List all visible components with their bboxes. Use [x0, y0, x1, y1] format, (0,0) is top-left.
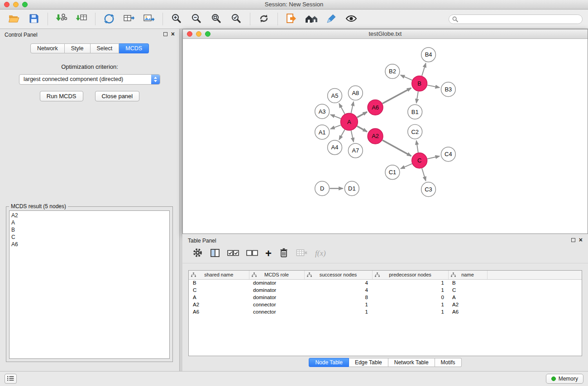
node-A5[interactable]: A5 [328, 88, 342, 103]
network-minimize-button[interactable] [196, 31, 201, 37]
table-row[interactable]: A2connector11A2 [189, 301, 582, 308]
show-hide-button[interactable] [343, 11, 360, 27]
table-cell[interactable]: B [189, 279, 249, 286]
node-B1[interactable]: B1 [408, 105, 422, 119]
tab-node-table[interactable]: Node Table [309, 358, 349, 367]
network-zoom-button[interactable] [205, 31, 210, 37]
table-row[interactable]: Bdominator41B [189, 279, 582, 286]
edge-A-A7[interactable] [351, 131, 354, 142]
show-columns-button[interactable] [210, 248, 220, 259]
table-cell[interactable]: A [189, 294, 249, 301]
edge-C-C2[interactable] [416, 141, 418, 152]
node-B2[interactable]: B2 [385, 64, 400, 79]
table-cell[interactable]: 1 [372, 286, 448, 294]
column-header-predecessor-nodes[interactable]: predecessor nodes [372, 271, 448, 279]
apply-layout-button[interactable] [255, 11, 272, 27]
table-cell[interactable]: C [189, 286, 249, 294]
table-cell[interactable]: A6 [448, 308, 487, 315]
table-cell[interactable]: dominator [249, 286, 304, 294]
table-cell[interactable]: 0 [372, 294, 448, 301]
tab-motifs[interactable]: Motifs [435, 358, 462, 367]
table-cell[interactable]: A2 [448, 301, 487, 308]
node-B3[interactable]: B3 [441, 82, 455, 97]
mcds-result-item[interactable]: B [10, 226, 169, 234]
edge-B-B4[interactable] [422, 63, 426, 76]
column-header-name[interactable]: name [448, 271, 487, 279]
table-cell[interactable]: 1 [372, 301, 448, 308]
edge-A-A8[interactable] [351, 102, 354, 113]
close-panel-icon[interactable]: × [579, 238, 583, 242]
float-panel-icon[interactable] [571, 238, 575, 242]
close-window-button[interactable] [4, 2, 10, 7]
table-row[interactable]: Adominator80A [189, 294, 582, 301]
node-A8[interactable]: A8 [348, 86, 363, 100]
float-panel-icon[interactable] [163, 32, 167, 36]
add-column-button[interactable]: + [265, 248, 272, 259]
table-row[interactable]: A6connector11A6 [189, 308, 582, 315]
close-panel-button[interactable]: Close panel [95, 91, 140, 101]
edge-A-A4[interactable] [339, 129, 344, 139]
mcds-result-list[interactable]: A2ABCA6 [9, 210, 170, 359]
mcds-result-item[interactable]: A6 [10, 241, 169, 248]
node-D1[interactable]: D1 [344, 181, 359, 196]
import-network-button[interactable] [53, 11, 70, 27]
table-cell[interactable]: C [448, 286, 487, 294]
node-B[interactable]: B [412, 76, 427, 91]
column-header-mcds-role[interactable]: MCDS role [249, 271, 304, 279]
network-graph[interactable]: AA6A2BCA5A8A3A1A4A7B2B4B3B1C2C1C4C3DD1 [183, 39, 588, 234]
node-C[interactable]: C [412, 153, 427, 168]
zoom-window-button[interactable] [22, 2, 28, 7]
new-network-button[interactable] [100, 11, 118, 27]
edge-A-A2[interactable] [357, 126, 367, 132]
node-C1[interactable]: C1 [385, 165, 400, 180]
table-settings-button[interactable] [192, 248, 203, 259]
node-C4[interactable]: C4 [441, 147, 455, 162]
network-window-titlebar[interactable]: testGlobe.txt [183, 29, 588, 39]
node-A2[interactable]: A2 [368, 129, 383, 144]
optimization-criterion-select[interactable]: largest connected component (directed) [19, 74, 160, 85]
edge-A-A1[interactable] [330, 125, 340, 129]
home-button[interactable] [303, 11, 320, 27]
tab-style[interactable]: Style [65, 43, 91, 53]
delete-column-button[interactable] [279, 248, 289, 259]
tab-network[interactable]: Network [30, 43, 65, 53]
close-panel-icon[interactable]: × [171, 32, 175, 36]
open-session-button[interactable] [5, 11, 23, 27]
mcds-result-item[interactable]: A2 [10, 212, 169, 219]
table-cell[interactable]: 1 [372, 279, 448, 286]
node-D[interactable]: D [315, 181, 330, 196]
edge-A-A6[interactable] [357, 112, 367, 117]
tab-mcds[interactable]: MCDS [119, 43, 149, 53]
select-all-button[interactable] [227, 248, 239, 259]
table-cell[interactable]: A [448, 294, 487, 301]
edge-B-B3[interactable] [427, 85, 440, 87]
table-cell[interactable]: dominator [249, 279, 304, 286]
table-row[interactable]: Cdominator41C [189, 286, 582, 294]
node-A1[interactable]: A1 [315, 125, 330, 139]
table-cell[interactable]: A6 [189, 308, 249, 315]
open-document-button[interactable] [283, 11, 300, 27]
edge-C-C3[interactable] [422, 168, 426, 181]
search-input[interactable] [449, 14, 583, 24]
mcds-result-item[interactable]: C [10, 234, 169, 241]
node-C2[interactable]: C2 [408, 124, 422, 139]
edge-A6-B[interactable] [382, 88, 411, 103]
node-A6[interactable]: A6 [368, 100, 383, 115]
table-cell[interactable]: A2 [189, 301, 249, 308]
show-task-history-button[interactable] [5, 374, 17, 384]
table-cell[interactable]: 4 [304, 279, 372, 286]
table-cell[interactable]: B [448, 279, 487, 286]
network-close-button[interactable] [187, 31, 192, 37]
edge-B-B2[interactable] [401, 75, 412, 80]
table-cell[interactable]: connector [249, 308, 304, 315]
zoom-out-button[interactable] [188, 11, 205, 27]
memory-button[interactable]: Memory [546, 374, 583, 384]
export-table-button[interactable] [120, 11, 138, 27]
table-cell[interactable]: 1 [304, 308, 372, 315]
mcds-result-item[interactable]: A [10, 219, 169, 226]
table-cell[interactable]: 4 [304, 286, 372, 294]
edge-A-A5[interactable] [339, 104, 345, 114]
node-A[interactable]: A [340, 113, 358, 130]
delete-table-button[interactable] [296, 248, 308, 259]
tab-network-table[interactable]: Network Table [388, 358, 435, 367]
